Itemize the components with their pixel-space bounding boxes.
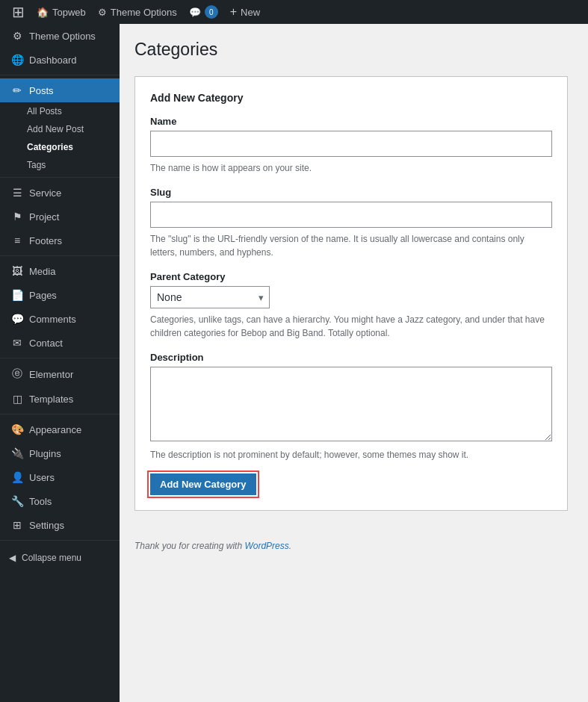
adminbar-theme-options[interactable]: ⚙ Theme Options bbox=[92, 0, 183, 24]
admin-bar: ⊞ 🏠 Topweb ⚙ Theme Options 💬 0 + New bbox=[0, 0, 588, 24]
parent-select-wrapper: None ▾ bbox=[150, 286, 270, 308]
name-field-group: Name The name is how it appears on your … bbox=[150, 116, 552, 175]
wordpress-link[interactable]: WordPress bbox=[244, 541, 288, 551]
sidebar-item-comments[interactable]: 💬 Comments bbox=[0, 307, 120, 331]
description-field-group: Description The description is not promi… bbox=[150, 352, 552, 462]
posts-icon: ✏ bbox=[11, 84, 23, 96]
templates-icon: ◫ bbox=[11, 393, 23, 405]
add-category-form: Add New Category Name The name is how it… bbox=[134, 76, 568, 511]
admin-sidebar: ⚙ Theme Options 🌐 Dashboard ✏ Posts All … bbox=[0, 24, 120, 702]
comment-icon: 💬 bbox=[189, 7, 201, 18]
settings-sidebar-icon: ⊞ bbox=[11, 519, 23, 531]
sidebar-item-settings[interactable]: ⊞ Settings bbox=[0, 513, 120, 537]
footer-text: Thank you for creating with WordPress. bbox=[134, 541, 573, 551]
slug-hint: The "slug" is the URL-friendly version o… bbox=[150, 232, 552, 259]
comments-icon: 💬 bbox=[11, 313, 23, 325]
sidebar-item-theme-options[interactable]: ⚙ Theme Options bbox=[0, 24, 120, 48]
dashboard-icon: 🌐 bbox=[11, 54, 23, 66]
sidebar-subitem-add-new-post[interactable]: Add New Post bbox=[0, 120, 120, 138]
main-content: Categories Add New Category Name The nam… bbox=[120, 24, 588, 702]
name-hint: The name is how it appears on your site. bbox=[150, 161, 552, 175]
sidebar-subitem-tags[interactable]: Tags bbox=[0, 156, 120, 174]
sidebar-subitem-all-posts[interactable]: All Posts bbox=[0, 102, 120, 120]
sidebar-item-footers[interactable]: ≡ Footers bbox=[0, 229, 120, 252]
appearance-icon: 🎨 bbox=[11, 423, 23, 435]
service-icon: ☰ bbox=[11, 187, 23, 199]
home-icon: 🏠 bbox=[37, 7, 49, 18]
parent-label: Parent Category bbox=[150, 271, 552, 282]
wp-logo-icon: ⊞ bbox=[12, 3, 25, 21]
sidebar-subitem-categories[interactable]: Categories bbox=[0, 138, 120, 156]
slug-field-group: Slug The "slug" is the URL-friendly vers… bbox=[150, 187, 552, 259]
sidebar-item-contact[interactable]: ✉ Contact bbox=[0, 331, 120, 355]
adminbar-wp-logo[interactable]: ⊞ bbox=[6, 0, 31, 24]
sidebar-item-pages[interactable]: 📄 Pages bbox=[0, 283, 120, 307]
adminbar-site-name[interactable]: 🏠 Topweb bbox=[31, 0, 92, 24]
sidebar-item-users[interactable]: 👤 Users bbox=[0, 465, 120, 489]
parent-hint: Categories, unlike tags, can have a hier… bbox=[150, 313, 552, 340]
sidebar-item-project[interactable]: ⚑ Project bbox=[0, 205, 120, 229]
content-wrap: ⚙ Theme Options 🌐 Dashboard ✏ Posts All … bbox=[0, 24, 588, 702]
sidebar-item-service[interactable]: ☰ Service bbox=[0, 181, 120, 205]
adminbar-comments[interactable]: 💬 0 bbox=[183, 0, 224, 24]
name-input[interactable] bbox=[150, 131, 552, 157]
sidebar-item-appearance[interactable]: 🎨 Appearance bbox=[0, 417, 120, 441]
sidebar-item-media[interactable]: 🖼 Media bbox=[0, 259, 120, 283]
elementor-icon: ⓔ bbox=[11, 367, 23, 381]
sidebar-item-tools[interactable]: 🔧 Tools bbox=[0, 489, 120, 513]
contact-icon: ✉ bbox=[11, 337, 23, 349]
description-hint: The description is not prominent by defa… bbox=[150, 448, 552, 462]
plugins-icon: 🔌 bbox=[11, 447, 23, 459]
form-section-title: Add New Category bbox=[150, 92, 552, 104]
add-new-category-button[interactable]: Add New Category bbox=[150, 473, 256, 495]
users-icon: 👤 bbox=[11, 471, 23, 483]
plus-icon: + bbox=[230, 5, 237, 19]
sidebar-item-templates[interactable]: ◫ Templates bbox=[0, 387, 120, 411]
sidebar-item-elementor[interactable]: ⓔ Elementor bbox=[0, 361, 120, 387]
collapse-icon: ◀ bbox=[9, 553, 16, 563]
description-textarea[interactable] bbox=[150, 367, 552, 441]
sidebar-item-posts[interactable]: ✏ Posts bbox=[0, 78, 120, 102]
media-icon: 🖼 bbox=[11, 265, 23, 277]
description-label: Description bbox=[150, 352, 552, 363]
adminbar-new[interactable]: + New bbox=[224, 0, 266, 24]
slug-input[interactable] bbox=[150, 202, 552, 228]
parent-field-group: Parent Category None ▾ Categories, unlik… bbox=[150, 271, 552, 340]
settings-icon: ⚙ bbox=[11, 30, 23, 42]
project-icon: ⚑ bbox=[11, 211, 23, 223]
footers-icon: ≡ bbox=[11, 234, 23, 246]
pages-icon: 📄 bbox=[11, 289, 23, 301]
parent-category-select[interactable]: None bbox=[150, 286, 270, 308]
sidebar-item-plugins[interactable]: 🔌 Plugins bbox=[0, 441, 120, 465]
name-label: Name bbox=[150, 116, 552, 127]
collapse-menu-button[interactable]: ◀ Collapse menu bbox=[0, 547, 120, 569]
sidebar-item-dashboard[interactable]: 🌐 Dashboard bbox=[0, 48, 120, 72]
slug-label: Slug bbox=[150, 187, 552, 198]
page-title: Categories bbox=[134, 39, 573, 61]
tools-icon: 🔧 bbox=[11, 495, 23, 507]
gear-icon: ⚙ bbox=[98, 7, 107, 18]
